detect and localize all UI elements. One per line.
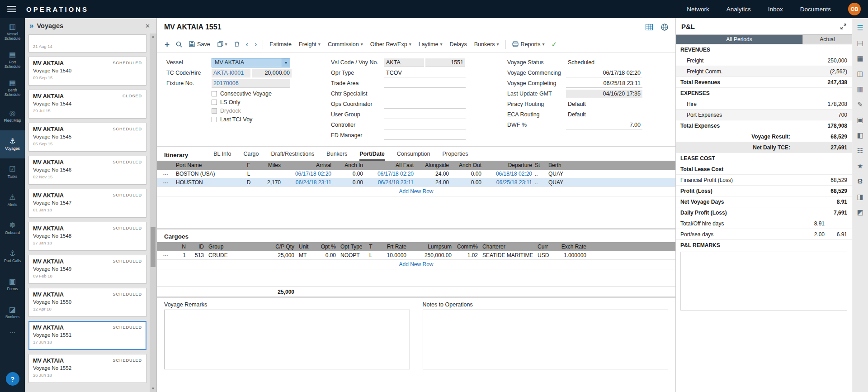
voyage-completing-field[interactable]: 06/25/18 23:11: [566, 79, 642, 88]
sidebar-item[interactable]: ⚓ Voyages: [0, 130, 25, 158]
sidebar-item[interactable]: ☸ Onboard: [0, 215, 25, 243]
sidebar-item[interactable]: ▣ Forms: [0, 271, 25, 299]
checkbox-row[interactable]: LS Only: [212, 98, 302, 106]
side-panel-icon[interactable]: ◨: [852, 189, 868, 205]
split-view-icon[interactable]: ◧: [852, 128, 868, 143]
sidebar-item[interactable]: ☑ Tasks: [0, 158, 25, 186]
itinerary-tab[interactable]: Properties: [442, 147, 468, 161]
voyage-card[interactable]: MV AKTAIA CLOSED Voyage No 1544 29 Jul 1…: [28, 90, 146, 119]
schedule-panel-icon[interactable]: ▤: [852, 35, 868, 51]
topbar-nav-item[interactable]: Documents: [800, 6, 831, 13]
scroll-up-icon[interactable]: ▲: [150, 33, 156, 40]
edit-panel-icon[interactable]: ✎: [852, 97, 868, 112]
save-button[interactable]: Save: [185, 38, 214, 50]
topbar-nav-item[interactable]: Analytics: [726, 6, 751, 13]
delays-button[interactable]: Delays: [446, 38, 471, 50]
ops-coordinator-field[interactable]: [384, 100, 466, 109]
vessel-select[interactable]: MV AKTAIA ▾: [212, 58, 290, 67]
search-button[interactable]: [173, 41, 185, 48]
voyage-card[interactable]: MV AKTAIA SCHEDULED Voyage No 1552 26 Ju…: [28, 354, 146, 383]
voyage-card[interactable]: MV AKTAIA SCHEDULED Voyage No 1548 27 Ja…: [28, 222, 146, 251]
cargo-row[interactable]: ••• 1 513 CRUDE 25,000 MT 0.00 NOOPT L 1…: [157, 251, 675, 260]
voyage-card[interactable]: MV AKTAIA SCHEDULED Voyage No 1546 02 No…: [28, 156, 146, 185]
itinerary-row[interactable]: ••• HOUSTON D 2,170 06/24/18 23:11 0.00 …: [157, 178, 675, 187]
checkbox-row[interactable]: Consecutive Voyage: [212, 89, 302, 98]
next-button[interactable]: ›: [251, 41, 260, 48]
cargoes-add-new-row[interactable]: Add New Row: [157, 260, 675, 269]
delete-button[interactable]: [231, 41, 243, 47]
notes-to-operations-input[interactable]: [423, 310, 669, 369]
itinerary-tab[interactable]: Port/Date: [359, 147, 385, 161]
list-panel-icon[interactable]: ☷: [852, 143, 868, 158]
rows-panel-icon[interactable]: ▥: [852, 81, 868, 97]
dwf-field[interactable]: 7.00: [566, 121, 642, 129]
itinerary-tab[interactable]: Consumption: [397, 147, 430, 161]
checkbox[interactable]: [212, 108, 217, 114]
pnl-remarks-input[interactable]: [680, 252, 847, 311]
previous-button[interactable]: ‹: [243, 41, 251, 48]
voyage-remarks-input[interactable]: [164, 310, 410, 369]
scroll-down-icon[interactable]: ▼: [150, 386, 156, 392]
itinerary-row[interactable]: ••• BOSTON (USA) L 06/17/18 02:20 0.00 0…: [157, 170, 675, 178]
add-button[interactable]: +: [161, 40, 173, 48]
grid-panel-icon[interactable]: ▦: [852, 51, 868, 66]
itinerary-tab[interactable]: Draft/Restrictions: [271, 147, 314, 161]
checkbox[interactable]: [212, 91, 217, 96]
opr-type-field[interactable]: TCOV: [384, 69, 466, 77]
sidebar-item[interactable]: ⚠ Alerts: [0, 186, 25, 215]
help-button[interactable]: ?: [6, 372, 19, 386]
grid-view-icon[interactable]: [646, 24, 653, 30]
row-menu-icon[interactable]: •••: [163, 172, 175, 176]
sidebar-item[interactable]: ◎ Fleet Map: [0, 102, 25, 130]
voyages-scrollbar[interactable]: ▲ ▼: [150, 33, 156, 392]
itinerary-tab[interactable]: Cargo: [243, 147, 259, 161]
favorites-panel-icon[interactable]: ★: [852, 158, 868, 174]
user-avatar[interactable]: OB: [848, 3, 861, 15]
laytime-menu[interactable]: Laytime▾: [415, 38, 446, 50]
voyage-status-field[interactable]: Scheduled: [566, 58, 642, 67]
itinerary-tab[interactable]: Bunkers: [326, 147, 347, 161]
columns-panel-icon[interactable]: ◫: [852, 66, 868, 81]
row-menu-icon[interactable]: •••: [163, 253, 175, 258]
voyage-card[interactable]: MV AKTAIA SCHEDULED Voyage No 1551 17 Ju…: [28, 321, 146, 350]
itinerary-add-new-row[interactable]: Add New Row: [157, 187, 675, 196]
dashboard-panel-icon[interactable]: ▣: [852, 112, 868, 128]
user-group-field[interactable]: [384, 110, 466, 119]
layers-panel-icon[interactable]: ◩: [852, 205, 868, 220]
checkbox[interactable]: [212, 117, 217, 122]
estimate-button[interactable]: Estimate: [266, 38, 295, 50]
fd-manager-field[interactable]: [384, 131, 466, 140]
reports-menu[interactable]: Reports ▾: [509, 38, 548, 50]
topbar-nav-item[interactable]: Inbox: [768, 6, 783, 13]
checkbox-row[interactable]: Drydock: [212, 106, 302, 115]
voyage-card[interactable]: MV AKTAIA SCHEDULED Voyage No 1547 01 Ja…: [28, 189, 146, 218]
other-rev-exp-menu[interactable]: Other Rev/Exp▾: [367, 38, 415, 50]
row-menu-icon[interactable]: •••: [163, 181, 175, 185]
piracy-routing-field[interactable]: Default: [566, 100, 642, 109]
fixture-no-field[interactable]: 20170006: [212, 79, 290, 88]
eca-routing-field[interactable]: Default: [566, 110, 642, 119]
voyage-card[interactable]: MV AKTAIA SCHEDULED Voyage No 1549 09 Fe…: [28, 255, 146, 284]
commission-menu[interactable]: Commission▾: [324, 38, 367, 50]
voyage-card[interactable]: MV AKTAIA SCHEDULED Voyage No 1550 12 Ap…: [28, 288, 146, 317]
sidebar-item[interactable]: ▦ Berth Schedule: [0, 74, 25, 102]
copy-button[interactable]: ▾: [214, 38, 231, 50]
bunkers-menu[interactable]: Bunkers▾: [471, 38, 503, 50]
expand-icon[interactable]: [840, 24, 846, 29]
sidebar-item[interactable]: ▥ Vessel Schedule: [0, 18, 25, 46]
freight-menu[interactable]: Freight▾: [295, 38, 324, 50]
close-panel-icon[interactable]: ✕: [143, 23, 152, 29]
itinerary-tab[interactable]: BL Info: [213, 147, 231, 161]
panel-menu-icon[interactable]: ☰: [852, 20, 868, 35]
sidebar-overflow-icon[interactable]: ⋯: [0, 329, 25, 336]
collapse-panel-icon[interactable]: »: [29, 21, 33, 30]
checkbox[interactable]: [212, 100, 217, 105]
settings-gear-icon[interactable]: ⚙: [852, 174, 868, 189]
tc-hire-field[interactable]: 20,000.00: [252, 69, 292, 77]
trade-area-field[interactable]: [384, 79, 466, 88]
tab-actual[interactable]: Actual: [802, 35, 852, 44]
voyage-commencing-field[interactable]: 06/17/18 02:20: [566, 69, 642, 77]
sidebar-item[interactable]: ▤ Port Schedule: [0, 46, 25, 74]
topbar-nav-item[interactable]: Network: [687, 6, 709, 13]
chtr-specialist-field[interactable]: [384, 90, 466, 98]
